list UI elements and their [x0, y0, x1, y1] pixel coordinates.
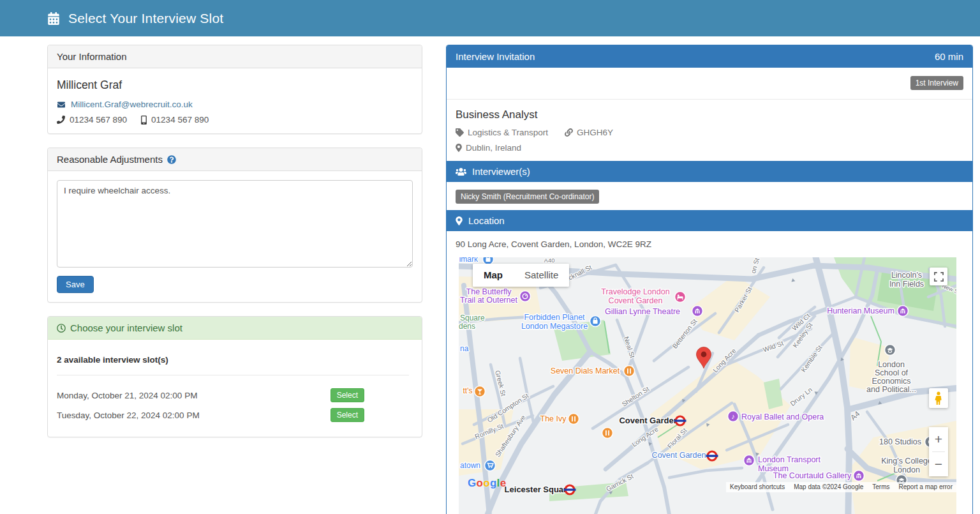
cocktail-icon [475, 386, 486, 397]
map-canvas[interactable]: A40Bucknall Ston StParker StNew SWild Ct… [459, 257, 956, 514]
pegman-control[interactable] [929, 388, 948, 408]
attribution-item[interactable]: Keyboard shortcuts [730, 483, 785, 490]
select-slot-button[interactable]: Select [330, 408, 364, 422]
svg-text:Forbidden Planet: Forbidden Planet [524, 313, 585, 322]
phone-icon [57, 116, 65, 124]
attribution-item[interactable]: Terms [872, 483, 889, 490]
tube-icon [564, 485, 576, 494]
page-title: Select Your Interview Slot [68, 11, 223, 26]
svg-text:imark: imark [459, 257, 479, 264]
envelope-icon [57, 101, 66, 109]
your-information-panel: Your Information Millicent Graf Millicen… [47, 45, 422, 134]
email-row: Millicent.Graf@webrecruit.co.uk [57, 100, 413, 109]
street-label: A40 [544, 257, 555, 264]
help-icon[interactable] [167, 155, 176, 164]
attribution-item[interactable]: Map data ©2024 Google [794, 483, 863, 490]
mobile-icon [141, 116, 147, 125]
mobile-group: 01234 567 890 [141, 115, 209, 125]
courtauld-poi: The Courtauld Gallery [773, 471, 865, 481]
svg-text:Covent Garden: Covent Garden [619, 416, 678, 425]
slot-divider [57, 375, 409, 375]
interviewers-title: Interviewer(s) [472, 166, 530, 177]
location-bar: Location [447, 210, 972, 231]
slot-datetime: Monday, October 21, 2024 02:00 PM [57, 391, 197, 400]
google-logo[interactable]: Google [468, 477, 506, 490]
main-content: Your Information Millicent Graf Millicen… [0, 36, 980, 514]
calendar-icon [47, 12, 60, 25]
square-fragment: Square [460, 314, 485, 322]
svg-text:Royal Ballet and Opera: Royal Ballet and Opera [741, 412, 824, 421]
map[interactable]: A40Bucknall Ston StParker StNew SWild Ct… [459, 257, 956, 514]
museum-icon [744, 455, 755, 466]
tag-icon [456, 128, 464, 137]
slot-datetime: Tuesday, October 22, 2024 02:00 PM [57, 411, 200, 420]
link-icon [565, 128, 573, 137]
interviewers-bar: Interviewer(s) [447, 161, 972, 182]
job-location-item: Dublin, Ireland [456, 143, 963, 153]
choose-slot-panel: Choose your interview slot 2 available i… [47, 316, 422, 437]
phone-group: 01234 567 890 [57, 115, 127, 125]
svg-text:London: London [878, 360, 905, 369]
interviewer-list: Nicky Smith (Recruitment Co-ordinator) [447, 182, 972, 210]
studios-poi: 180 Studios [879, 437, 936, 448]
candidate-phone: 01234 567 890 [70, 115, 127, 125]
svg-text:Seven Dials Market: Seven Dials Market [551, 367, 620, 375]
svg-text:London Transport: London Transport [758, 455, 821, 464]
stage-row: 1st Interview [447, 68, 972, 100]
utensils-icon [568, 414, 579, 425]
svg-text:and Political...: and Political... [866, 385, 916, 394]
the-ivy-poi: The Ivy [540, 414, 579, 425]
map-pin-icon [456, 144, 462, 152]
interview-address: 90 Long Acre, Covent Garden, London, WC2… [447, 231, 972, 257]
svg-text:Trail at Outernet: Trail at Outernet [460, 296, 517, 305]
svg-text:London Megastore: London Megastore [521, 322, 588, 331]
reference-item: GHGH6Y [565, 128, 613, 137]
choose-slot-title: Choose your interview slot [70, 322, 182, 333]
music-icon: ♪ [728, 411, 739, 422]
attribution-item[interactable]: Report a map error [899, 483, 953, 490]
map-type-control: Map Satellite [473, 264, 569, 287]
restaurant-poi [602, 428, 613, 439]
museum-icon [692, 306, 703, 317]
reasonable-adjustments-title: Reasonable Adjustments [57, 154, 163, 165]
your-information-heading: Your Information [48, 45, 422, 68]
app-header: Select Your Interview Slot [0, 0, 980, 36]
zoom-in-button[interactable]: + [929, 427, 948, 451]
svg-text:Inn Fields: Inn Fields [889, 280, 924, 289]
svg-text:King's College: King's College [881, 457, 932, 465]
svg-text:na: na [460, 344, 469, 353]
chinatown-fragment: atown [460, 460, 496, 471]
svg-text:Economics: Economics [872, 377, 910, 386]
candidate-mobile: 01234 567 890 [151, 115, 209, 125]
svg-text:Travelodge London: Travelodge London [601, 287, 669, 296]
choose-slot-body: 2 available interview slot(s) Monday, Oc… [48, 340, 422, 437]
pegman-icon [934, 391, 943, 405]
satellite-button[interactable]: Satellite [514, 264, 569, 287]
zoom-out-button[interactable]: − [929, 452, 948, 476]
clock-icon [57, 324, 66, 333]
invitation-title: Interview Invitation [456, 51, 535, 62]
job-location-label: Dublin, Ireland [466, 143, 521, 153]
adjustments-textarea[interactable]: I require wheelchair access. [57, 180, 413, 268]
phone-row: 01234 567 890 01234 567 890 [57, 115, 413, 125]
location-pin-icon [456, 216, 463, 225]
stage-badge: 1st Interview [910, 76, 963, 90]
bag-icon [590, 316, 601, 327]
reasonable-adjustments-panel: Reasonable Adjustments I require wheelch… [47, 147, 422, 303]
svg-text:Covent Garden: Covent Garden [652, 451, 706, 460]
svg-text:tt's: tt's [463, 386, 473, 395]
fullscreen-icon [934, 272, 944, 282]
left-column: Your Information Millicent Graf Millicen… [47, 45, 422, 451]
department-item: Logistics & Transport [456, 128, 548, 137]
covent-garden-area: Covent Garden [619, 416, 686, 425]
fullscreen-button[interactable] [930, 268, 947, 285]
select-slot-button[interactable]: Select [330, 388, 364, 402]
users-icon [456, 167, 466, 176]
reasonable-adjustments-heading: Reasonable Adjustments [48, 148, 422, 171]
map-button[interactable]: Map [473, 264, 514, 287]
na-fragment: na [460, 344, 469, 353]
candidate-email-link[interactable]: Millicent.Graf@webrecruit.co.uk [71, 100, 193, 109]
svg-text:The Courtauld Gallery: The Courtauld Gallery [773, 471, 852, 480]
save-button[interactable]: Save [57, 276, 94, 293]
interview-invitation-panel: Interview Invitation 60 min 1st Intervie… [446, 45, 973, 514]
